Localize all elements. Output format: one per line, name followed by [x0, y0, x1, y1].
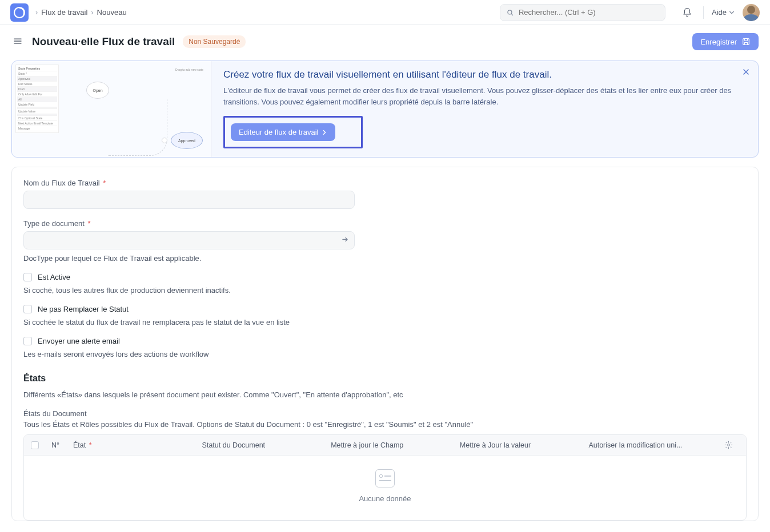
chevron-down-icon [729, 10, 735, 15]
banner-close-button[interactable] [742, 68, 750, 78]
app-logo[interactable] [10, 3, 29, 22]
send-email-checkbox[interactable] [23, 337, 32, 345]
chevron-right-icon [322, 130, 327, 135]
status-badge: Non Sauvegardé [183, 35, 246, 48]
user-avatar[interactable] [743, 4, 760, 21]
chevron-right-icon: › [91, 8, 93, 17]
states-section-desc: Différents «États» dans lesquels le prés… [23, 390, 747, 399]
document-states-help: Tous les États et Rôles possibles du Flu… [23, 420, 747, 429]
table-empty-state: Aucune donnée [24, 456, 746, 520]
banner-description: L'éditeur de flux de travail vous permet… [223, 85, 747, 108]
col-header-settings[interactable] [712, 441, 746, 449]
col-header-status: Statut du Document [196, 441, 326, 449]
banner-title: Créez votre flux de travail visuellement… [223, 69, 747, 80]
col-header-allow-edit: Autoriser la modification uni... [583, 441, 712, 449]
is-active-help: Si coché, tous les autres flux de produc… [23, 286, 747, 295]
chevron-right-icon: › [35, 8, 38, 17]
document-type-label: Type de document * [23, 219, 355, 228]
search-icon [506, 9, 514, 17]
is-active-checkbox[interactable] [23, 273, 32, 281]
override-status-help: Si cochée le statut du flux de travail n… [23, 318, 747, 327]
top-nav: › Flux de travail › Nouveau Aide [0, 0, 770, 25]
breadcrumb-workflow[interactable]: Flux de travail [41, 8, 87, 17]
help-dropdown[interactable]: Aide [712, 8, 735, 17]
workflow-name-input[interactable] [23, 191, 355, 209]
gear-icon [724, 441, 733, 449]
svg-rect-2 [743, 39, 749, 45]
save-button-label: Enregistrer [700, 38, 737, 46]
save-icon [741, 37, 751, 46]
open-workflow-editor-button[interactable]: Editeur de flux de travail [231, 123, 335, 141]
bell-icon [682, 7, 692, 18]
workflow-name-label: Nom du Flux de Travail * [23, 179, 355, 187]
svg-point-3 [728, 444, 730, 446]
svg-point-1 [508, 10, 512, 14]
empty-list-icon [375, 469, 395, 487]
send-email-help: Les e-mails seront envoyés lors des acti… [23, 350, 747, 358]
menu-icon [13, 36, 23, 46]
table-header-row: N° État * Statut du Document Mettre à jo… [24, 435, 746, 456]
document-states-label: États du Document [23, 409, 747, 418]
select-all-checkbox[interactable] [31, 441, 39, 449]
banner-button-highlight: Editeur de flux de travail [223, 116, 363, 148]
page-header: Nouveau·elle Flux de travail Non Sauvega… [0, 25, 770, 61]
sidebar-toggle[interactable] [11, 35, 24, 49]
col-header-update-value: Mettre à Jour la valeur [454, 441, 583, 449]
send-email-label[interactable]: Envoyer une alerte email [38, 337, 120, 345]
states-section-title: États [23, 373, 747, 384]
banner-illustration: State Properties State *Approved Doc Sta… [12, 61, 212, 157]
breadcrumb-new: Nouveau [97, 8, 127, 17]
document-type-help: DocType pour lequel ce Flux de Travail e… [23, 254, 355, 263]
save-button[interactable]: Enregistrer [692, 33, 759, 50]
states-table: N° État * Statut du Document Mettre à jo… [23, 434, 747, 521]
page-title: Nouveau·elle Flux de travail [32, 35, 175, 48]
close-icon [742, 68, 750, 76]
empty-text: Aucune donnée [359, 494, 411, 503]
workflow-editor-banner: State Properties State *Approved Doc Sta… [11, 61, 759, 158]
col-header-update-field: Mettre à jour le Champ [325, 441, 454, 449]
breadcrumb: › Flux de travail › Nouveau [35, 8, 127, 17]
notifications-bell[interactable] [679, 5, 695, 21]
search-input[interactable] [519, 8, 659, 17]
is-active-label[interactable]: Est Active [38, 273, 70, 281]
form-card: Nom du Flux de Travail * Type de documen… [11, 167, 759, 521]
search-box[interactable] [500, 4, 665, 21]
override-status-label[interactable]: Ne pas Remplacer le Statut [38, 305, 129, 313]
help-label: Aide [712, 8, 727, 17]
arrow-right-icon [341, 236, 349, 245]
col-header-number: N° [46, 441, 67, 449]
divider [703, 6, 704, 19]
override-status-checkbox[interactable] [23, 305, 32, 313]
col-header-state: État * [67, 441, 196, 449]
document-type-select[interactable] [23, 231, 355, 249]
banner-button-label: Editeur de flux de travail [239, 128, 318, 136]
